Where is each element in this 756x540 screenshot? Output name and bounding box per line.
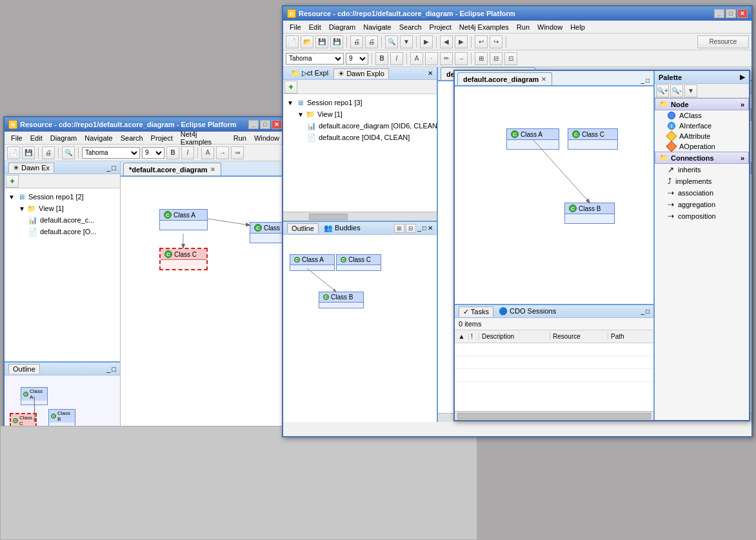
main-font-select[interactable]: Tahoma — [286, 53, 344, 65]
fg-palette-implements[interactable]: ⤴ implements — [655, 175, 749, 187]
bg-tree-diagram[interactable]: 📊 default.acore_c... — [7, 214, 117, 226]
tb-dot[interactable]: · — [425, 52, 438, 65]
tasks-sort-arrow[interactable]: ▲ — [455, 333, 469, 340]
fg-palette-composition[interactable]: ⇢ composition — [655, 210, 749, 222]
fg-palette-association[interactable]: ⇢ association — [655, 187, 749, 199]
tb-redo[interactable]: ↪ — [490, 35, 502, 48]
main-size-select[interactable]: 9 — [346, 53, 368, 65]
bg-tb-arrow[interactable]: → — [216, 146, 229, 159]
tb-prev[interactable]: ◀ — [440, 35, 453, 48]
bg-classC-node[interactable]: C Class C — [159, 248, 208, 270]
bg-menu-project[interactable]: Project — [147, 134, 177, 143]
outline-classB[interactable]: C Class B — [319, 292, 364, 308]
fg-tab-close[interactable]: ✕ — [541, 76, 546, 83]
tree-view-item[interactable]: ▼ 📁 View [1] — [286, 108, 434, 120]
tasks-scrollthumb[interactable] — [457, 413, 651, 419]
bg-diagram-tab-close[interactable]: ✕ — [210, 166, 215, 173]
bg-min-button[interactable]: _ — [248, 120, 259, 129]
tasks-tab[interactable]: ✓ Tasks — [459, 306, 493, 317]
bg-dawn-ex-add[interactable]: + — [6, 175, 19, 188]
bg-menu-file[interactable]: File — [7, 134, 26, 143]
tb-font-color[interactable]: A — [410, 52, 423, 65]
bg-menu-run[interactable]: Run — [230, 134, 250, 143]
dawn-ex-close-icon[interactable]: ✕ — [428, 70, 433, 77]
outline-min[interactable]: _ — [417, 225, 421, 232]
tb-new[interactable]: 📄 — [286, 35, 299, 48]
tasks-hscrollbar[interactable] — [455, 411, 653, 420]
main-max-button[interactable]: □ — [726, 9, 736, 18]
tb-save2[interactable]: 💾 — [330, 35, 343, 48]
fg-palette-ainterface[interactable]: i AInterface — [655, 121, 749, 131]
main-menu-edit[interactable]: Edit — [305, 23, 325, 32]
bg-tb-save[interactable]: 💾 — [22, 146, 35, 159]
bg-menu-diagram[interactable]: Diagram — [46, 134, 81, 143]
bg-dawn-ex-max[interactable]: □ — [112, 164, 116, 172]
bg-classA-node[interactable]: C Class A — [159, 209, 208, 230]
bg-classB-node[interactable]: C Class B — [250, 222, 286, 243]
bg-close-button[interactable]: ✕ — [272, 120, 282, 129]
tb-search-drop[interactable]: ▼ — [400, 35, 413, 48]
fg-palette-zoom-in[interactable]: 🔍+ — [656, 85, 669, 97]
main-close-button[interactable]: ✕ — [737, 9, 748, 18]
bg-tree-session[interactable]: ▼ 🖥 Session repo1 [2] — [7, 191, 117, 203]
bg-dawn-ex-tab[interactable]: ☀ Dawn Ex — [8, 163, 54, 173]
bg-dawn-ex-min[interactable]: _ — [106, 164, 110, 172]
tb-bold[interactable]: B — [375, 52, 388, 65]
outline-classA[interactable]: C Class A — [290, 254, 335, 271]
tb-print2[interactable]: 🖨 — [365, 35, 378, 48]
tree-view-toggle[interactable]: ▼ — [296, 110, 305, 119]
cdo-sessions-tab[interactable]: 🔵 CDO Sessions — [495, 306, 560, 316]
fg-palette-expand[interactable]: ▶ — [740, 73, 745, 81]
bg-size-select[interactable]: 9 — [142, 147, 164, 159]
tb-run[interactable]: ▶ — [420, 35, 433, 48]
outline-btn2[interactable]: ⊟ — [406, 224, 416, 233]
main-menu-run[interactable]: Run — [513, 23, 533, 32]
main-menu-search[interactable]: Search — [395, 23, 426, 32]
tree-session[interactable]: ▼ 🖥 Session repo1 [3] — [286, 97, 434, 108]
buddies-tab[interactable]: 👥 Buddies — [320, 223, 364, 233]
bg-outline-tab[interactable]: Outline — [8, 364, 40, 374]
main-menu-net4j[interactable]: Net4j Examples — [455, 23, 513, 32]
explorer-hscrollbar[interactable] — [283, 212, 437, 221]
dawn-ex-add-btn[interactable]: + — [284, 81, 297, 94]
outline-close[interactable]: ✕ — [428, 225, 433, 232]
bg-tb-new[interactable]: 📄 — [7, 146, 20, 159]
fg-palette-conn-header[interactable]: 📁 Connections » — [655, 152, 749, 164]
fg-diag-max[interactable]: □ — [646, 77, 650, 84]
fg-palette-inherits[interactable]: ↗ inherits — [655, 164, 749, 175]
bg-menu-window[interactable]: Window — [250, 134, 283, 143]
fg-palette-aggregation[interactable]: ⇢ aggregation — [655, 199, 749, 210]
tb-resource[interactable]: Resource — [697, 35, 749, 48]
outline-classC[interactable]: C Class C — [336, 254, 381, 271]
tb-save[interactable]: 💾 — [315, 35, 328, 48]
outline-tab[interactable]: Outline — [287, 223, 319, 233]
tb-search[interactable]: 🔍 — [385, 35, 398, 48]
outline-max[interactable]: □ — [423, 225, 426, 232]
bg-menu-search[interactable]: Search — [117, 134, 147, 143]
fg-classB-node[interactable]: C Class B — [564, 203, 615, 224]
main-menu-window[interactable]: Window — [533, 23, 566, 32]
tree-diagram-item[interactable]: 📊 default.acore_diagram [OID6, CLEAN] — [286, 120, 434, 132]
tree-session-toggle[interactable]: ▼ — [286, 98, 295, 107]
bg-menu-edit[interactable]: Edit — [26, 134, 46, 143]
outline-btn1[interactable]: ⊞ — [394, 224, 404, 233]
fg-palette-aattribute[interactable]: AAttribute — [655, 131, 749, 141]
bg-tree-view[interactable]: ▼ 📁 View [1] — [7, 203, 117, 214]
tb-arrow-r[interactable]: → — [455, 52, 468, 65]
tb-grid1[interactable]: ⊞ — [475, 52, 488, 65]
bg-outline-min[interactable]: _ — [106, 365, 110, 373]
bg-tree-view-toggle[interactable]: ▼ — [17, 204, 26, 213]
fg-palette-node-header[interactable]: 📁 Node » — [655, 98, 749, 110]
fg-diagram-tab[interactable]: default.acore_diagram ✕ — [457, 72, 552, 85]
dawn-explorer-tab[interactable]: ☀ Dawn Explo — [333, 68, 389, 79]
main-min-button[interactable]: _ — [714, 9, 724, 18]
bg-tb-bold[interactable]: B — [166, 146, 179, 159]
fg-palette-aoperation[interactable]: AOperation — [655, 141, 749, 152]
bg-diagram-tab[interactable]: *default.acore_diagram ✕ — [123, 163, 221, 175]
tb-print[interactable]: 🖨 — [350, 35, 363, 48]
bg-window-controls[interactable]: _ □ ✕ — [248, 120, 282, 129]
fg-diag-min[interactable]: _ — [641, 77, 644, 84]
fg-palette-drop[interactable]: ▼ — [684, 85, 697, 97]
bg-tb-arrow2[interactable]: ⇒ — [231, 146, 244, 159]
tb-undo[interactable]: ↩ — [475, 35, 488, 48]
